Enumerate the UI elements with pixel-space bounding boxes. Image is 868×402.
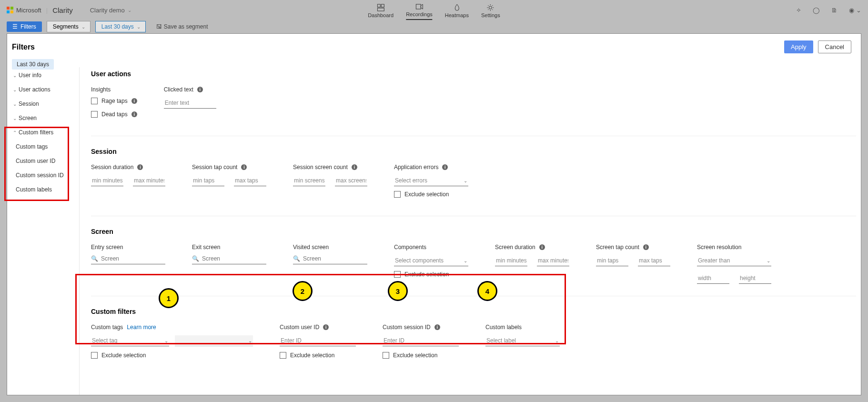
clicked-text-input[interactable] <box>164 98 216 109</box>
checkbox-icon <box>280 352 286 359</box>
apply-button[interactable]: Apply <box>784 40 813 53</box>
entry-screen-input[interactable] <box>101 255 158 262</box>
filters-header: Filters Apply Cancel <box>7 34 861 57</box>
exclude-label: Exclude selection <box>404 271 449 278</box>
daterange-button[interactable]: Last 30 days ⌄ <box>95 21 146 32</box>
chevron-down-icon: ⌄ <box>13 73 17 78</box>
filters-button[interactable]: ☰ Filters <box>7 21 42 32</box>
info-icon[interactable]: i <box>539 244 545 250</box>
screen-duration-label: Screen durationi <box>495 244 569 251</box>
info-icon[interactable]: i <box>197 87 203 92</box>
info-icon[interactable]: i <box>352 164 357 170</box>
height-input[interactable] <box>739 273 771 284</box>
nav-dashboard[interactable]: Dashboard <box>368 4 394 20</box>
min-taps-input[interactable] <box>192 175 224 186</box>
screen-min-minutes-input[interactable] <box>495 255 527 266</box>
rage-taps-label: Rage taps <box>101 98 128 104</box>
max-minutes-input[interactable] <box>133 175 165 186</box>
chevron-down-icon: ⌄ <box>464 258 467 263</box>
custom-session-id-input[interactable] <box>383 335 459 346</box>
account-icon[interactable]: ◉ ⌄ <box>849 7 861 14</box>
resolution-operator-dropdown[interactable]: Greater than⌄ <box>697 255 771 266</box>
sidebar-item-user-actions[interactable]: ⌄User actions <box>7 82 79 97</box>
nav-heatmaps[interactable]: Heatmaps <box>445 4 469 20</box>
settings-icon <box>487 4 495 11</box>
sidebar-label: Custom labels <box>16 186 52 193</box>
rage-taps-checkbox[interactable]: Rage taps i <box>91 98 137 104</box>
custom-user-id-input[interactable] <box>280 335 356 346</box>
info-icon[interactable]: i <box>442 164 448 170</box>
info-icon[interactable]: i <box>131 98 137 104</box>
filters-label: Filters <box>20 23 36 30</box>
max-taps-input[interactable] <box>234 175 266 186</box>
sidebar-sub-custom-user-id[interactable]: Custom user ID <box>7 154 79 168</box>
select-label-dropdown[interactable]: Select label⌄ <box>485 335 560 346</box>
heatmaps-icon <box>453 4 461 11</box>
learn-more-link[interactable]: Learn more <box>127 324 156 331</box>
sidebar-label: Custom tags <box>16 143 48 150</box>
min-minutes-input[interactable] <box>91 175 123 186</box>
tag-value-dropdown[interactable]: ⌄ <box>175 335 253 346</box>
recordings-icon <box>415 3 423 10</box>
exclude-tags-checkbox[interactable]: Exclude selection <box>91 352 253 359</box>
custom-tags-label: Custom tags Learn more <box>91 324 253 331</box>
sidebar-item-custom-filters[interactable]: ⌃Custom filters <box>7 125 79 140</box>
info-icon[interactable]: i <box>643 244 649 250</box>
exclude-errors-checkbox[interactable]: Exclude selection <box>394 191 468 198</box>
info-icon[interactable]: i <box>137 164 143 170</box>
exclude-user-id-checkbox[interactable]: Exclude selection <box>280 352 356 359</box>
help-icon[interactable]: ◯ <box>813 7 820 14</box>
screen-min-taps-input[interactable] <box>596 255 628 266</box>
svg-rect-2 <box>7 10 10 13</box>
project-dropdown[interactable]: Clarity demo ⌄ <box>90 7 131 14</box>
info-icon[interactable]: i <box>241 164 247 170</box>
search-icon: 🔍 <box>91 255 98 262</box>
screen-max-taps-input[interactable] <box>638 255 670 266</box>
filter-bar: ☰ Filters Segments ⌄ Last 30 days ⌄ 🖫 Sa… <box>0 20 868 33</box>
sidebar-item-screen[interactable]: ⌄Screen <box>7 111 79 125</box>
chevron-down-icon: ⌄ <box>248 338 252 343</box>
info-icon[interactable]: i <box>323 324 329 330</box>
visited-screen-input[interactable] <box>303 255 360 262</box>
sidebar-sub-custom-labels[interactable]: Custom labels <box>7 182 79 197</box>
sidebar-item-user-info[interactable]: ⌄User info <box>7 68 79 82</box>
visited-screen-search[interactable]: 🔍 <box>293 255 367 264</box>
checkbox-icon <box>91 98 98 104</box>
width-input[interactable] <box>697 273 729 284</box>
project-name: Clarity demo <box>90 7 125 14</box>
cancel-button[interactable]: Cancel <box>818 40 851 53</box>
nav-dashboard-label: Dashboard <box>368 12 394 18</box>
info-icon[interactable]: i <box>131 111 137 117</box>
segments-label: Segments <box>53 23 79 30</box>
exclude-session-id-checkbox[interactable]: Exclude selection <box>383 352 459 359</box>
dashboard-icon <box>377 4 384 11</box>
svg-rect-1 <box>10 7 13 10</box>
doc-icon[interactable]: 🗎 <box>831 7 838 14</box>
save-segment-button[interactable]: 🖫 Save as segment <box>156 23 208 30</box>
svg-rect-7 <box>416 4 421 9</box>
exclude-components-checkbox[interactable]: Exclude selection <box>394 271 468 278</box>
microsoft-label: Microsoft <box>16 7 41 14</box>
select-tag-dropdown[interactable]: Select tag⌄ <box>91 335 169 346</box>
segments-button[interactable]: Segments ⌄ <box>47 21 91 32</box>
min-screens-input[interactable] <box>293 175 325 186</box>
components-dropdown[interactable]: Select components⌄ <box>394 255 468 266</box>
sidebar-sub-custom-session-id[interactable]: Custom session ID <box>7 168 79 182</box>
sidebar-sub-custom-tags[interactable]: Custom tags <box>7 140 79 154</box>
section-session-title: Session <box>91 148 856 155</box>
select-errors-dropdown[interactable]: Select errors⌄ <box>394 175 468 186</box>
exit-screen-input[interactable] <box>202 255 259 262</box>
dead-taps-checkbox[interactable]: Dead taps i <box>91 111 137 118</box>
nav-settings[interactable]: Settings <box>481 4 500 20</box>
nav-recordings[interactable]: Recordings <box>406 3 433 20</box>
exit-screen-search[interactable]: 🔍 <box>192 255 266 264</box>
chevron-up-icon: ⌃ <box>13 130 17 135</box>
entry-screen-search[interactable]: 🔍 <box>91 255 165 264</box>
screen-max-minutes-input[interactable] <box>537 255 569 266</box>
filters-panel: Filters Apply Cancel Last 30 days ⌄User … <box>7 33 861 395</box>
max-screens-input[interactable] <box>335 175 367 186</box>
exclude-label: Exclude selection <box>393 352 437 359</box>
share-icon[interactable]: ✧ <box>796 7 801 14</box>
sidebar-item-session[interactable]: ⌄Session <box>7 97 79 111</box>
info-icon[interactable]: i <box>434 324 440 330</box>
